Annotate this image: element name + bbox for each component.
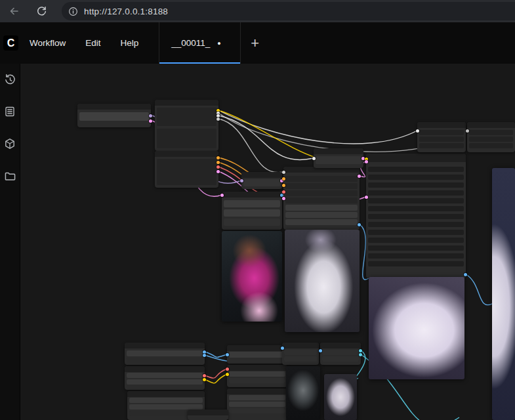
workflow-node[interactable]: [227, 345, 287, 364]
workflow-node[interactable]: [417, 122, 466, 152]
workflow-node[interactable]: [366, 154, 466, 278]
workflow-node[interactable]: [467, 122, 515, 152]
node-widget[interactable]: [157, 108, 216, 126]
node-widget[interactable]: [419, 130, 464, 135]
node-title-bar[interactable]: [227, 365, 287, 371]
workflow-node[interactable]: [222, 192, 282, 230]
menu-workflow[interactable]: Workflow: [20, 38, 75, 48]
node-widget[interactable]: [368, 206, 464, 211]
node-widget[interactable]: [129, 398, 203, 403]
node-title-bar[interactable]: [127, 391, 205, 397]
node-port[interactable]: [203, 374, 206, 377]
node-widget[interactable]: [368, 245, 464, 251]
node-title-bar[interactable]: [366, 154, 466, 162]
node-widget[interactable]: [229, 352, 285, 358]
node-port[interactable]: [359, 353, 362, 356]
node-port[interactable]: [220, 194, 224, 197]
page-info-icon[interactable]: [68, 7, 78, 16]
comfyui-logo[interactable]: C: [3, 35, 18, 51]
node-port[interactable]: [226, 353, 229, 356]
node-title-bar[interactable]: [417, 122, 466, 128]
node-port[interactable]: [282, 171, 285, 174]
browser-back-button[interactable]: [5, 3, 22, 20]
node-port[interactable]: [359, 349, 362, 352]
workflow-tab[interactable]: __00011_ ●: [159, 22, 241, 64]
node-widget[interactable]: [284, 350, 317, 355]
node-widget[interactable]: [368, 238, 464, 243]
node-port[interactable]: [365, 196, 368, 199]
node-title-bar[interactable]: [241, 172, 282, 178]
node-port[interactable]: [365, 160, 368, 163]
image-preview-node[interactable]: [222, 231, 282, 322]
node-title-bar[interactable]: [227, 345, 287, 351]
node-widget[interactable]: [322, 350, 359, 355]
node-widget[interactable]: [127, 358, 203, 363]
node-title-bar[interactable]: [188, 410, 228, 415]
node-port[interactable]: [416, 129, 419, 133]
workflow-node[interactable]: [241, 172, 282, 189]
workflow-node[interactable]: [188, 410, 228, 420]
node-port[interactable]: [464, 273, 467, 276]
node-widget[interactable]: [368, 230, 464, 235]
node-widget[interactable]: [469, 136, 513, 142]
address-bar[interactable]: http://127.0.0.1:8188: [62, 2, 515, 20]
node-port[interactable]: [216, 165, 220, 169]
node-port[interactable]: [466, 129, 469, 133]
workflow-node[interactable]: [320, 343, 361, 365]
node-title-bar[interactable]: [125, 343, 205, 348]
node-widget[interactable]: [157, 159, 216, 185]
sidebar-workflows-button[interactable]: [3, 169, 16, 182]
node-widget[interactable]: [224, 209, 280, 217]
node-widget[interactable]: [285, 190, 358, 196]
node-widget[interactable]: [469, 143, 513, 148]
node-title-bar[interactable]: [227, 388, 287, 394]
node-widget[interactable]: [127, 350, 203, 356]
node-port[interactable]: [281, 346, 284, 350]
node-port[interactable]: [149, 114, 152, 117]
node-widget[interactable]: [284, 356, 317, 362]
node-widget[interactable]: [127, 379, 203, 385]
node-widget[interactable]: [285, 205, 358, 211]
menu-edit[interactable]: Edit: [75, 38, 110, 48]
node-port[interactable]: [282, 184, 285, 187]
sidebar-model-library-button[interactable]: [3, 137, 16, 150]
node-title-bar[interactable]: [77, 104, 151, 110]
node-title-bar[interactable]: [125, 366, 205, 372]
workflow-node[interactable]: [227, 365, 287, 387]
workflow-node[interactable]: [155, 100, 218, 151]
node-widget[interactable]: [368, 222, 464, 227]
node-port[interactable]: [203, 378, 206, 381]
sidebar-queue-history-button[interactable]: [3, 73, 16, 86]
node-widget[interactable]: [368, 198, 464, 203]
workflow-node[interactable]: [283, 167, 360, 230]
node-widget[interactable]: [229, 408, 285, 413]
node-port[interactable]: [358, 175, 361, 178]
image-preview-node[interactable]: [285, 230, 360, 332]
node-port[interactable]: [216, 117, 220, 121]
node-widget[interactable]: [469, 130, 513, 135]
node-widget[interactable]: [285, 198, 358, 203]
workflow-node[interactable]: [77, 104, 151, 127]
node-widget[interactable]: [285, 183, 358, 189]
node-widget[interactable]: [419, 143, 464, 148]
image-preview-node[interactable]: [324, 374, 357, 420]
node-widget[interactable]: [224, 200, 280, 207]
image-preview-node[interactable]: [492, 168, 515, 420]
node-port[interactable]: [216, 156, 220, 159]
node-port[interactable]: [216, 161, 220, 164]
node-widget[interactable]: [368, 182, 464, 188]
workflow-node[interactable]: [227, 388, 287, 420]
workflow-node[interactable]: [155, 151, 218, 188]
node-widget[interactable]: [129, 404, 203, 410]
node-port[interactable]: [216, 170, 220, 173]
node-widget[interactable]: [229, 402, 285, 407]
node-port[interactable]: [319, 349, 322, 352]
node-port[interactable]: [226, 373, 229, 376]
node-widget[interactable]: [285, 219, 358, 225]
node-title-bar[interactable]: [155, 100, 218, 106]
workflow-node[interactable]: [125, 366, 205, 390]
node-widget[interactable]: [127, 373, 203, 378]
node-widget[interactable]: [368, 175, 464, 180]
node-widget[interactable]: [368, 261, 464, 266]
node-widget[interactable]: [316, 156, 361, 164]
